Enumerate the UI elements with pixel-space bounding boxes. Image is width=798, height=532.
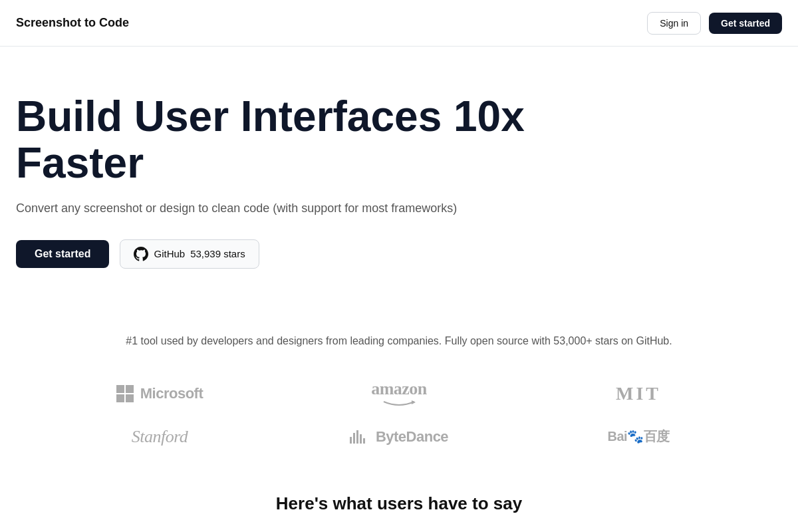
stanford-label: Stanford	[132, 427, 188, 447]
logo-bytedance: ByteDance	[350, 428, 448, 446]
logo-mit: MIT	[616, 383, 661, 404]
logo-microsoft: Microsoft	[116, 385, 203, 402]
github-stars: 53,939 stars	[190, 248, 245, 259]
signin-button[interactable]: Sign in	[647, 12, 701, 35]
hero-actions: Get started GitHub 53,939 stars	[16, 239, 583, 269]
amazon-arrow-icon	[382, 399, 416, 407]
logo[interactable]: Screenshot to Code	[16, 16, 129, 30]
logo-stanford: Stanford	[132, 427, 188, 447]
logo-baidu: Bai🐾百度	[607, 428, 669, 446]
logos-section: Microsoft amazon MIT Stanford ByteDance …	[0, 367, 798, 480]
hero-subtitle: Convert any screenshot or design to clea…	[16, 201, 583, 215]
svg-marker-0	[412, 400, 416, 404]
logo-amazon: amazon	[371, 380, 427, 407]
github-button[interactable]: GitHub 53,939 stars	[120, 239, 259, 269]
github-label: GitHub	[154, 248, 185, 259]
baidu-label: Bai🐾百度	[607, 428, 669, 446]
hero-getstarted-button[interactable]: Get started	[16, 240, 109, 268]
hero-title: Build User Interfaces 10x Faster	[16, 93, 583, 187]
amazon-icon: amazon	[371, 380, 427, 398]
navbar: Screenshot to Code Sign in Get started	[0, 0, 798, 47]
testimonials-header: Here's what users have to say	[0, 480, 798, 532]
mit-label: MIT	[616, 383, 661, 404]
hero-section: Build User Interfaces 10x Faster Convert…	[0, 47, 598, 302]
nav-actions: Sign in Get started	[647, 12, 782, 35]
nav-getstarted-button[interactable]: Get started	[709, 13, 782, 34]
microsoft-label: Microsoft	[140, 385, 203, 402]
bytedance-label: ByteDance	[376, 428, 448, 446]
github-icon	[134, 247, 148, 261]
social-proof-text: #1 tool used by developers and designers…	[0, 302, 798, 367]
bytedance-icon	[350, 430, 365, 444]
microsoft-icon	[116, 385, 134, 402]
